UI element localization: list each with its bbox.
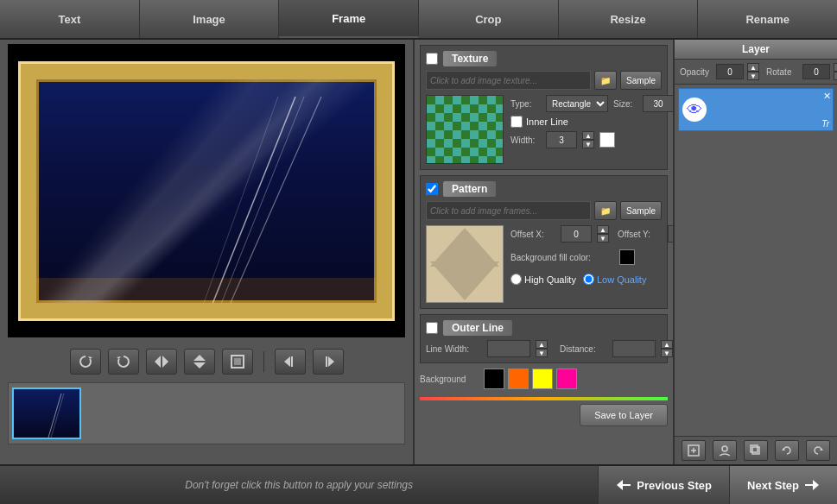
- rotate-cw-button[interactable]: [108, 349, 139, 375]
- bottom-hint: Don't forget click this button to apply …: [0, 479, 598, 491]
- ox-up-btn[interactable]: ▲: [597, 225, 609, 234]
- pattern-sample-btn[interactable]: Sample: [620, 201, 662, 220]
- layer-user-btn[interactable]: [713, 440, 737, 461]
- texture-checkbox[interactable]: [426, 53, 438, 65]
- layer-duplicate-btn[interactable]: [744, 440, 768, 461]
- svg-line-3: [200, 97, 278, 303]
- save-to-layer-button[interactable]: Save to Layer: [580, 404, 668, 426]
- bg-color-yellow[interactable]: [532, 369, 553, 389]
- tab-image[interactable]: Image: [140, 0, 280, 38]
- inner-line-checkbox[interactable]: [510, 116, 523, 128]
- canvas-image: [21, 64, 392, 318]
- width-down-btn[interactable]: ▼: [582, 140, 594, 148]
- fit-button[interactable]: [222, 349, 253, 375]
- outer-line-section: Outer Line Line Width: ▲ ▼ Distance: ▲ ▼: [420, 314, 668, 363]
- width-up-btn[interactable]: ▲: [582, 131, 594, 140]
- pattern-preview: [426, 225, 504, 303]
- line-width-label: Line Width:: [426, 344, 482, 354]
- opacity-down-btn[interactable]: ▼: [747, 72, 759, 80]
- layer-new-btn[interactable]: [682, 440, 706, 461]
- texture-size-input[interactable]: [643, 95, 673, 112]
- rotate-input[interactable]: [802, 64, 830, 79]
- svg-rect-12: [234, 358, 241, 365]
- distance-input[interactable]: [612, 340, 656, 357]
- opacity-up-btn[interactable]: ▲: [747, 63, 759, 72]
- offset-x-label: Offset X:: [510, 230, 555, 239]
- bg-color-orange[interactable]: [508, 369, 529, 389]
- quality-high-label: High Quality: [524, 274, 576, 285]
- texture-folder-btn[interactable]: 📁: [594, 71, 617, 90]
- layer-visibility-icon[interactable]: 👁: [682, 98, 707, 122]
- texture-sample-btn[interactable]: Sample: [620, 71, 662, 90]
- svg-marker-7: [155, 356, 161, 368]
- bg-fill-swatch[interactable]: [619, 249, 635, 265]
- bg-fill-label: Background fill color:: [510, 253, 614, 262]
- svg-line-17: [48, 394, 61, 438]
- offset-x-spinner[interactable]: ▲ ▼: [597, 225, 609, 243]
- texture-url-input[interactable]: [426, 71, 591, 90]
- dist-up-btn[interactable]: ▲: [661, 340, 673, 349]
- rotate-up-btn[interactable]: ▲: [834, 63, 837, 72]
- skip-back-button[interactable]: [275, 349, 306, 375]
- inner-line-label: Inner Line: [526, 117, 568, 127]
- lw-down-btn[interactable]: ▼: [536, 349, 548, 357]
- rotate-spinner[interactable]: ▲ ▼: [834, 63, 837, 80]
- pattern-section-title: Pattern: [443, 181, 496, 197]
- texture-width-input[interactable]: [546, 131, 577, 148]
- quality-low-radio[interactable]: Low Quality: [583, 274, 646, 285]
- distance-spinner[interactable]: ▲ ▼: [661, 340, 673, 357]
- progress-indicator: [420, 397, 668, 400]
- layer-item[interactable]: 👁 ✕ Tr: [678, 88, 834, 131]
- line-width-input[interactable]: [487, 340, 530, 357]
- line-width-spinner[interactable]: ▲ ▼: [536, 340, 548, 357]
- tab-text[interactable]: Text: [0, 0, 140, 38]
- canvas-toolbar: [70, 344, 344, 379]
- quality-low-label: Low Quality: [597, 274, 646, 285]
- texture-color-swatch[interactable]: [599, 132, 615, 148]
- width-label: Width:: [510, 135, 541, 145]
- quality-high-radio[interactable]: High Quality: [510, 274, 576, 285]
- texture-type-select[interactable]: Rectangle Circle: [546, 95, 608, 112]
- bg-color-black[interactable]: [484, 369, 504, 389]
- background-colors-row: Background: [420, 369, 668, 389]
- layer-close-btn[interactable]: ✕: [823, 91, 831, 102]
- layer-redo-btn[interactable]: [806, 440, 830, 461]
- flip-vertical-button[interactable]: [184, 349, 215, 375]
- tab-frame[interactable]: Frame: [279, 0, 419, 38]
- rotate-ccw-button[interactable]: [70, 349, 101, 375]
- pattern-checkbox[interactable]: [426, 183, 438, 195]
- dist-down-btn[interactable]: ▼: [661, 349, 673, 357]
- outer-line-checkbox[interactable]: [426, 322, 438, 334]
- skip-forward-button[interactable]: [313, 349, 344, 375]
- canvas-frame: [8, 44, 405, 337]
- rotate-down-btn[interactable]: ▼: [834, 72, 837, 80]
- ox-down-btn[interactable]: ▼: [597, 234, 609, 243]
- svg-rect-4: [36, 278, 377, 303]
- layer-undo-btn[interactable]: [775, 440, 799, 461]
- bottom-nav: Previous Step Next Step: [598, 466, 837, 504]
- tab-rename[interactable]: Rename: [698, 0, 837, 38]
- pattern-url-input[interactable]: [426, 201, 591, 220]
- svg-line-18: [51, 394, 64, 438]
- next-step-button[interactable]: Next Step: [729, 466, 837, 504]
- svg-marker-13: [284, 356, 290, 367]
- pattern-folder-btn[interactable]: 📁: [594, 201, 617, 220]
- size-label: Size:: [613, 99, 637, 109]
- main-layout: Texture 📁 Sample Type: Rectangle Circle: [0, 40, 837, 464]
- opacity-input[interactable]: [716, 64, 744, 79]
- texture-controls: Type: Rectangle Circle Size: ▲ ▼: [510, 95, 662, 148]
- svg-marker-9: [193, 355, 206, 361]
- prev-step-button[interactable]: Previous Step: [598, 466, 729, 504]
- opacity-spinner[interactable]: ▲ ▼: [747, 63, 759, 80]
- layer-controls: Opacity ▲ ▼ Rotate ▲ ▼: [675, 60, 837, 85]
- bg-color-pink[interactable]: [556, 369, 577, 389]
- flip-horizontal-button[interactable]: [146, 349, 177, 375]
- svg-rect-16: [326, 356, 327, 367]
- thumbnail-item[interactable]: [12, 387, 81, 439]
- tab-resize[interactable]: Resize: [559, 0, 699, 38]
- offset-x-input[interactable]: [561, 225, 592, 243]
- texture-width-spinner[interactable]: ▲ ▼: [582, 131, 594, 148]
- tab-crop[interactable]: Crop: [419, 0, 559, 38]
- lw-up-btn[interactable]: ▲: [536, 340, 548, 349]
- svg-rect-23: [752, 447, 759, 454]
